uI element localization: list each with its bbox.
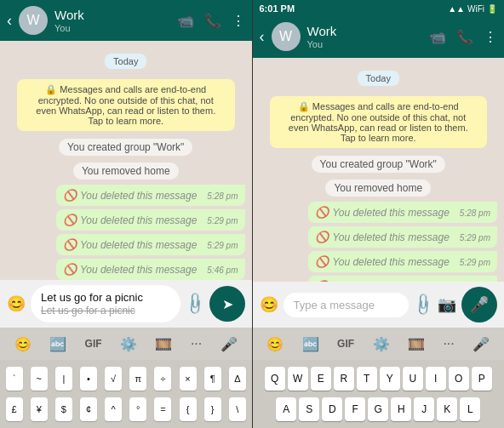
left-kb-settings[interactable]: ⚙️ bbox=[120, 336, 137, 352]
left-kb-media[interactable]: 🎞️ bbox=[155, 336, 172, 352]
key-y[interactable]: Y bbox=[380, 367, 400, 391]
key-q[interactable]: Q bbox=[265, 367, 285, 391]
mic-icon: 🎤 bbox=[470, 295, 489, 314]
key-d[interactable]: D bbox=[322, 397, 342, 421]
left-send-button[interactable]: ➤ bbox=[209, 286, 245, 322]
ban-icon-3: 🚫 bbox=[63, 238, 77, 251]
key-g[interactable]: G bbox=[368, 397, 388, 421]
key-w[interactable]: W bbox=[288, 367, 308, 391]
key-o[interactable]: O bbox=[449, 367, 469, 391]
right-kb-emoji[interactable]: 😊 bbox=[266, 336, 284, 352]
right-kb-gif[interactable]: GIF bbox=[337, 338, 354, 350]
key-k[interactable]: K bbox=[437, 397, 457, 421]
right-chat-header: ‹ W Work You 📹 📞 ⋮ bbox=[253, 17, 505, 58]
left-kb-gif[interactable]: GIF bbox=[85, 338, 102, 350]
key-para[interactable]: ¶ bbox=[204, 367, 221, 391]
left-attach-icon[interactable]: 📎 bbox=[181, 290, 208, 317]
right-phone-icon[interactable]: 📞 bbox=[456, 29, 473, 45]
left-avatar: W bbox=[19, 6, 48, 35]
key-bullet[interactable]: • bbox=[80, 367, 97, 391]
right-deleted-text-1: You deleted this message bbox=[332, 207, 449, 219]
key-times[interactable]: × bbox=[180, 367, 197, 391]
key-f[interactable]: F bbox=[345, 397, 365, 421]
right-kb-settings[interactable]: ⚙️ bbox=[373, 336, 390, 352]
left-kb-emoji[interactable]: 😊 bbox=[14, 336, 32, 352]
ban-icon-1: 🚫 bbox=[63, 189, 77, 202]
left-message-input[interactable]: Let us go for a picnic Let us go for a p… bbox=[31, 285, 180, 322]
left-kb-sticker[interactable]: 🔤 bbox=[49, 336, 66, 352]
key-caret[interactable]: ^ bbox=[105, 397, 122, 421]
key-backtick[interactable]: ` bbox=[6, 367, 23, 391]
key-yen[interactable]: ¥ bbox=[31, 397, 48, 421]
menu-icon[interactable]: ⋮ bbox=[232, 13, 245, 29]
left-sym-row-1: ` ~ | • √ π ÷ × ¶ Δ bbox=[2, 367, 250, 391]
key-cent[interactable]: ¢ bbox=[80, 397, 97, 421]
right-kb-more[interactable]: ··· bbox=[443, 336, 454, 351]
video-call-icon[interactable]: 📹 bbox=[177, 13, 194, 29]
left-input-text-line1[interactable]: Let us go for a picnic bbox=[41, 291, 170, 304]
left-input-text-line2[interactable]: Let us go for a picnic bbox=[41, 305, 170, 317]
phone-icon[interactable]: 📞 bbox=[204, 13, 221, 29]
key-p[interactable]: P bbox=[472, 367, 492, 391]
right-date-badge: Today bbox=[358, 71, 399, 86]
wifi-icon: WiFi bbox=[467, 4, 484, 14]
left-kb-mic[interactable]: 🎤 bbox=[220, 336, 238, 352]
key-j[interactable]: J bbox=[414, 397, 434, 421]
key-l[interactable]: L bbox=[460, 397, 480, 421]
key-h[interactable]: H bbox=[391, 397, 411, 421]
key-delta[interactable]: Δ bbox=[229, 367, 246, 391]
right-emoji-button[interactable]: 😊 bbox=[260, 295, 278, 314]
right-avatar: W bbox=[272, 22, 301, 51]
right-kb-media[interactable]: 🎞️ bbox=[408, 336, 425, 352]
key-rbrace[interactable]: } bbox=[204, 397, 221, 421]
msg-time-2: 5:29 pm bbox=[207, 216, 238, 225]
key-check[interactable]: √ bbox=[105, 367, 122, 391]
left-input-area: 😊 Let us go for a picnic Let us go for a… bbox=[0, 280, 252, 328]
right-video-call-icon[interactable]: 📹 bbox=[429, 29, 446, 45]
right-header-info[interactable]: Work You bbox=[307, 24, 423, 49]
right-kb-sticker[interactable]: 🔤 bbox=[302, 336, 319, 352]
right-header-icons: 📹 📞 ⋮ bbox=[429, 29, 497, 45]
signal-icon: ▲▲ bbox=[448, 4, 465, 14]
right-mic-button[interactable]: 🎤 bbox=[461, 287, 497, 322]
key-s[interactable]: S bbox=[299, 397, 319, 421]
key-r[interactable]: R bbox=[334, 367, 354, 391]
right-menu-icon[interactable]: ⋮ bbox=[484, 29, 497, 45]
left-kb-more[interactable]: ··· bbox=[191, 336, 202, 351]
right-qwerty-row-1: Q W E R T Y U I O P bbox=[255, 367, 503, 391]
right-deleted-msg-4: 🚫 You deleted this message 5:46 pm bbox=[260, 276, 498, 282]
right-deleted-text-4: You deleted this message bbox=[332, 281, 449, 282]
left-back-button[interactable]: ‹ bbox=[7, 12, 12, 30]
key-t[interactable]: T bbox=[357, 367, 377, 391]
key-lbrace[interactable]: { bbox=[180, 397, 197, 421]
left-header-info[interactable]: Work You bbox=[54, 8, 170, 33]
right-input-placeholder[interactable]: Type a message bbox=[294, 299, 399, 311]
key-e[interactable]: E bbox=[311, 367, 331, 391]
left-info-bubble: 🔒 Messages and calls are end-to-end encr… bbox=[17, 79, 235, 131]
key-pi[interactable]: π bbox=[129, 367, 146, 391]
right-deleted-msg-1: 🚫 You deleted this message 5:28 pm bbox=[260, 202, 498, 223]
right-message-input[interactable]: Type a message bbox=[284, 293, 410, 317]
right-camera-icon[interactable]: 📷 bbox=[438, 295, 456, 314]
left-panel: ‹ W Work You 📹 📞 ⋮ Today 🔒 Messages and … bbox=[0, 0, 252, 428]
right-attach-icon[interactable]: 📎 bbox=[410, 291, 436, 317]
key-i[interactable]: I bbox=[426, 367, 446, 391]
right-kb-mic[interactable]: 🎤 bbox=[472, 336, 490, 352]
key-div[interactable]: ÷ bbox=[154, 367, 171, 391]
key-a[interactable]: A bbox=[276, 397, 296, 421]
key-u[interactable]: U bbox=[403, 367, 423, 391]
left-deleted-msg-4: 🚫 You deleted this message 5:46 pm bbox=[7, 259, 245, 280]
right-ban-icon-1: 🚫 bbox=[315, 206, 329, 219]
right-keyboard: Q W E R T Y U I O P A S D F G H J K L bbox=[253, 360, 505, 428]
key-pipe[interactable]: | bbox=[55, 367, 72, 391]
battery-icon: 🔋 bbox=[487, 4, 497, 14]
right-date-divider: Today bbox=[260, 70, 498, 86]
key-equals[interactable]: = bbox=[154, 397, 171, 421]
left-emoji-button[interactable]: 😊 bbox=[7, 294, 26, 313]
key-backslash[interactable]: \ bbox=[229, 397, 246, 421]
key-pound[interactable]: £ bbox=[6, 397, 23, 421]
key-dollar[interactable]: $ bbox=[55, 397, 72, 421]
right-back-button[interactable]: ‹ bbox=[260, 28, 265, 46]
key-degree[interactable]: ° bbox=[129, 397, 146, 421]
key-tilde[interactable]: ~ bbox=[31, 367, 48, 391]
